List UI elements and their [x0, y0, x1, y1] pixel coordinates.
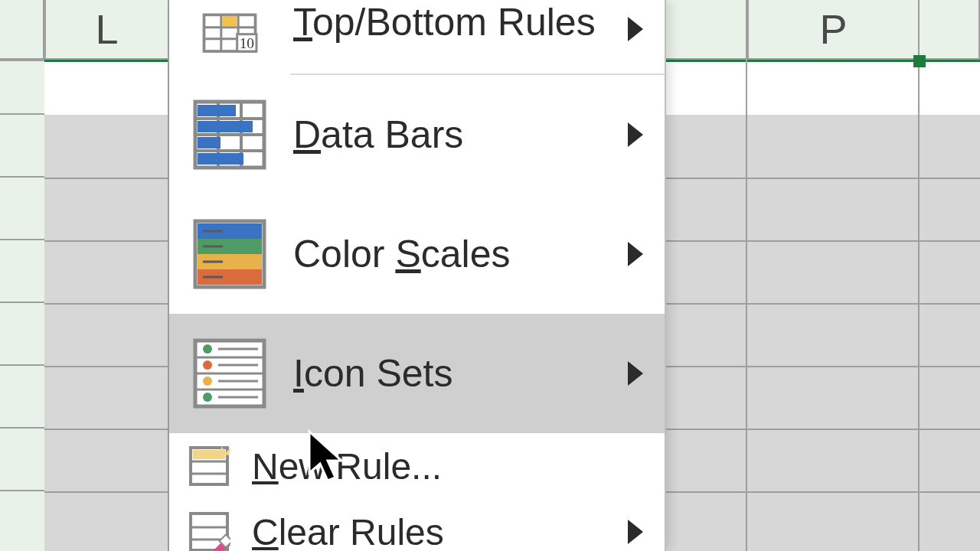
menu-item-color-scales[interactable]: Color Scales [169, 194, 665, 314]
menu-label: Color Scales [293, 232, 510, 276]
menu-item-clear-rules[interactable]: Clear Rules [169, 499, 665, 551]
menu-label: Clear Rules [252, 511, 444, 552]
clear-rules-icon [188, 510, 230, 551]
menu-label: Icon Sets [293, 351, 452, 396]
menu-item-new-rule[interactable]: New Rule... [169, 433, 665, 499]
svg-rect-42 [193, 450, 225, 459]
color-scales-icon [192, 218, 267, 290]
icon-sets-icon [192, 337, 267, 409]
svg-point-33 [203, 377, 212, 386]
submenu-arrow-icon [628, 17, 643, 41]
submenu-arrow-icon [628, 122, 643, 147]
svg-point-34 [203, 393, 212, 402]
submenu-arrow-icon [628, 520, 643, 544]
svg-rect-16 [198, 137, 220, 148]
data-bars-icon [192, 99, 267, 171]
menu-label: New Rule... [252, 445, 442, 487]
svg-text:10: 10 [240, 35, 254, 51]
menu-label: Top/Bottom Rules [293, 0, 596, 44]
submenu-arrow-icon [628, 242, 643, 266]
submenu-arrow-icon [628, 361, 643, 386]
column-header-edge[interactable] [920, 0, 980, 60]
top-bottom-rules-icon: 10 [192, 0, 267, 54]
column-header-partial[interactable] [665, 0, 747, 60]
menu-item-icon-sets[interactable]: Icon Sets [169, 314, 665, 433]
svg-rect-15 [198, 121, 253, 132]
svg-rect-5 [222, 16, 237, 26]
select-all-corner[interactable] [0, 0, 44, 60]
column-header-P[interactable]: P [747, 0, 920, 60]
row-header-strip[interactable] [0, 60, 46, 551]
new-rule-icon [188, 445, 230, 487]
svg-point-32 [203, 360, 212, 370]
selection-handle[interactable] [913, 55, 926, 67]
svg-rect-14 [198, 105, 236, 116]
conditional-formatting-menu: 10 Top/Bottom Rules Data [169, 0, 666, 551]
menu-item-data-bars[interactable]: Data Bars [169, 75, 665, 194]
svg-point-31 [203, 344, 212, 354]
column-header-L[interactable]: L [44, 0, 169, 60]
menu-item-top-bottom-rules[interactable]: 10 Top/Bottom Rules [169, 0, 665, 73]
svg-rect-17 [198, 153, 243, 165]
menu-label: Data Bars [293, 112, 463, 157]
